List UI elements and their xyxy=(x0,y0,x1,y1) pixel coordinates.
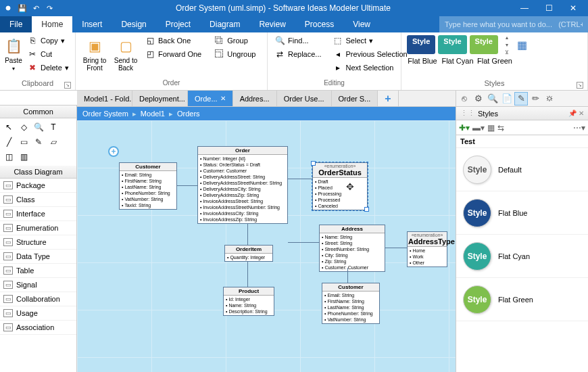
cut-button[interactable]: ✂Cut xyxy=(24,47,72,61)
document-tab[interactable]: Order Use... xyxy=(277,91,332,106)
style-chip-blue[interactable]: Style xyxy=(407,35,435,54)
shape3-tool[interactable]: ▥ xyxy=(18,151,30,163)
redo-icon[interactable]: ↷ xyxy=(45,3,54,13)
forward-one-button[interactable]: ◰Forward One xyxy=(142,47,204,61)
style-tool-3[interactable]: ▦ xyxy=(487,123,495,133)
add-tab-button[interactable]: + xyxy=(378,91,398,106)
toolbox-item[interactable]: ▭Collaboration xyxy=(0,292,76,306)
crumb-3[interactable]: Orders xyxy=(177,110,200,118)
add-element-icon[interactable]: + xyxy=(108,146,119,157)
menu-project[interactable]: Project xyxy=(156,16,200,32)
toolbox-item[interactable]: ▭Data Type xyxy=(0,250,76,264)
rt-icon-1[interactable]: ⎋ xyxy=(458,92,471,106)
menu-home[interactable]: Home xyxy=(32,16,72,32)
document-tab[interactable]: Order S... xyxy=(332,91,378,106)
undo-icon[interactable]: ↶ xyxy=(31,3,41,13)
toolbox-item[interactable]: ▭Signal xyxy=(0,278,76,292)
menu-insert[interactable]: Insert xyxy=(72,16,112,32)
close-button[interactable]: ✕ xyxy=(561,0,585,16)
uml-product[interactable]: Product • Id: Integer• Name: String• Des… xyxy=(223,287,274,316)
toolbox-item[interactable]: ▭Interface xyxy=(0,207,76,221)
toolbox-item[interactable]: ▭Association xyxy=(0,321,76,335)
uml-customer[interactable]: Customer • Email: String• FirstName: Str… xyxy=(119,162,177,210)
toolbox-common-header[interactable]: Common xyxy=(0,106,76,118)
style-gallery-down[interactable]: ▾ xyxy=(502,41,512,48)
shape2-tool[interactable]: ◫ xyxy=(3,151,15,163)
style-tool-2[interactable]: ▬▾ xyxy=(472,123,485,133)
diamond-tool[interactable]: ◇ xyxy=(18,121,30,133)
style-gallery-more[interactable]: ⊻ xyxy=(502,49,512,55)
menu-diagram[interactable]: Diagram xyxy=(200,16,249,32)
bring-front-button[interactable]: ▣Bring to Front xyxy=(80,34,109,78)
rt-icon-3[interactable]: 🔍 xyxy=(486,92,499,106)
uml-customer2[interactable]: Customer • Email: String• FirstName: Str… xyxy=(322,283,380,324)
replace-button[interactable]: ⇄Replace... xyxy=(272,47,324,61)
menu-file[interactable]: File xyxy=(0,16,32,32)
uml-addresstype[interactable]: «enumeration»AddressType • Home• Work• O… xyxy=(407,231,447,267)
uml-address[interactable]: Address • Name: String• Street: String• … xyxy=(319,225,385,272)
menu-review[interactable]: Review xyxy=(249,16,295,32)
ungroup-button[interactable]: ⿹Ungroup xyxy=(211,47,258,61)
style-list-item[interactable]: StyleFlat Cyan xyxy=(456,235,588,278)
clipboard-launcher[interactable]: ↘ xyxy=(64,82,71,89)
zoom-tool[interactable]: 🔍 xyxy=(32,121,45,133)
format-tool[interactable]: ✎ xyxy=(32,136,45,148)
rt-icon-2[interactable]: ⚙ xyxy=(472,92,485,106)
toolbox-class-header[interactable]: Class Diagram xyxy=(0,166,76,179)
select-button[interactable]: ⬚Select ▾ xyxy=(330,34,410,47)
style-formatter-icon[interactable]: ▦ xyxy=(516,34,529,55)
style-list-item[interactable]: StyleDefault xyxy=(456,148,588,191)
close-tab-icon[interactable]: ✕ xyxy=(220,95,226,102)
shape1-tool[interactable]: ▱ xyxy=(47,136,59,148)
search-input[interactable] xyxy=(439,16,588,32)
add-style-icon[interactable]: ✚▾ xyxy=(459,123,470,133)
group-button[interactable]: ⿻Group xyxy=(211,34,258,47)
toolbox-item[interactable]: ▭Table xyxy=(0,264,76,278)
rect-tool[interactable]: ▭ xyxy=(18,136,30,148)
style-chip-green[interactable]: Style xyxy=(470,35,498,54)
text-tool[interactable]: T xyxy=(47,121,59,133)
style-chip-cyan[interactable]: Style xyxy=(438,35,466,54)
toolbox-item[interactable]: ▭Enumeration xyxy=(0,221,76,235)
style-gallery-up[interactable]: ▴ xyxy=(502,34,512,41)
next-selection-button[interactable]: ▸Next Selection xyxy=(330,61,410,74)
crumb-1[interactable]: Order System xyxy=(82,110,128,118)
style-list-item[interactable]: StyleFlat Green xyxy=(456,278,588,321)
toolbox-item[interactable]: ▭Package xyxy=(0,179,76,193)
save-icon[interactable]: 💾 xyxy=(18,3,27,13)
document-tab[interactable]: Orde...✕ xyxy=(188,91,233,106)
maximize-button[interactable]: ☐ xyxy=(537,0,561,16)
menu-design[interactable]: Design xyxy=(112,16,155,32)
line-tool[interactable]: ╱ xyxy=(3,136,15,148)
delete-button[interactable]: ✖Delete ▾ xyxy=(24,61,72,74)
toolbox-item[interactable]: ▭Usage xyxy=(0,306,76,321)
pointer-tool[interactable]: ↖ xyxy=(3,121,15,133)
back-one-button[interactable]: ◱Back One xyxy=(142,34,204,47)
uml-order[interactable]: Order • Number: Integer {id}• Status: Or… xyxy=(197,146,288,224)
rt-icon-4[interactable]: 📄 xyxy=(500,92,514,106)
toolbox-item[interactable]: ▭Class xyxy=(0,193,76,207)
crumb-2[interactable]: Model1 xyxy=(141,110,165,118)
rt-icon-6[interactable]: ✏ xyxy=(529,92,542,106)
rt-icon-styles[interactable]: ✎ xyxy=(514,92,528,106)
document-tab[interactable]: Addres... xyxy=(233,91,277,106)
document-tab[interactable]: Model1 - Fold... xyxy=(77,91,132,106)
document-tab[interactable]: Deployment... xyxy=(132,91,188,106)
menu-view[interactable]: View xyxy=(343,16,380,32)
styles-launcher[interactable]: ↘ xyxy=(577,82,583,89)
tell-me-search[interactable] xyxy=(439,16,588,32)
minimize-button[interactable]: — xyxy=(512,0,537,16)
diagram-canvas[interactable]: + Customer • Email: String• FirstName: S… xyxy=(77,120,456,372)
prev-selection-button[interactable]: ◂Previous Selection xyxy=(330,47,410,61)
style-menu-icon[interactable]: ⋯▾ xyxy=(573,123,585,133)
rt-icon-7[interactable]: ⛭ xyxy=(543,92,556,106)
uml-orderstatus[interactable]: «enumeration»OrderStatus • Draft• Placed… xyxy=(312,162,368,210)
style-list-item[interactable]: StyleFlat Blue xyxy=(456,191,588,235)
paste-button[interactable]: 📋Paste▾ xyxy=(4,34,23,78)
toolbox-item[interactable]: ▭Structure xyxy=(0,235,76,250)
menu-process[interactable]: Process xyxy=(295,16,343,32)
uml-orderitem[interactable]: OrderItem • Quantity: Integer xyxy=(224,245,273,262)
find-button[interactable]: 🔍Find... xyxy=(272,34,324,47)
pin-icon[interactable]: 📌 ✕ xyxy=(568,110,584,117)
style-tool-4[interactable]: ⇆ xyxy=(497,123,504,133)
